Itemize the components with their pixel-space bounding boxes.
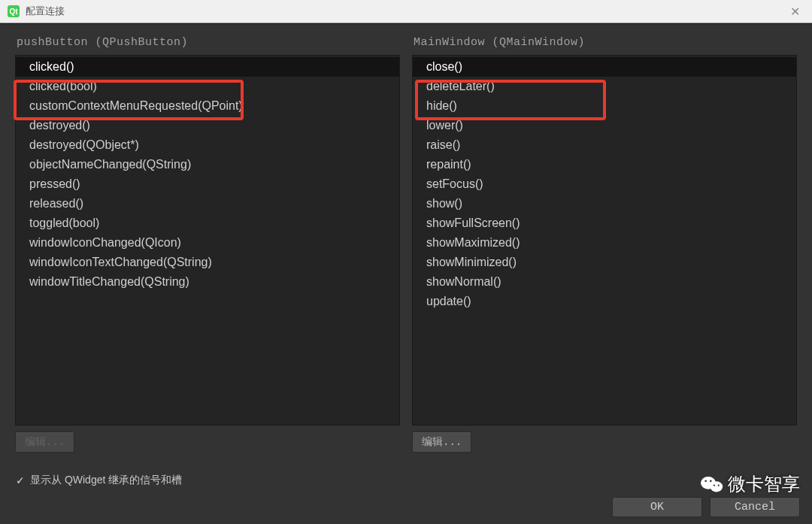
signals-header: pushButton (QPushButton) [15, 32, 400, 55]
check-icon: ✓ [15, 475, 26, 486]
slots-list[interactable]: close()deleteLater()hide()lower()raise()… [412, 55, 797, 426]
list-item[interactable]: lower() [413, 116, 796, 135]
checkbox-label: 显示从 QWidget 继承的信号和槽 [30, 474, 182, 487]
list-item[interactable]: setFocus() [413, 174, 796, 194]
list-item[interactable]: showFullScreen() [413, 214, 796, 233]
list-item[interactable]: objectNameChanged(QString) [16, 155, 399, 174]
edit-slots-button[interactable]: 编辑... [412, 432, 471, 453]
dialog-content: pushButton (QPushButton) clicked()clicke… [0, 23, 812, 524]
close-icon[interactable]: ✕ [786, 3, 804, 20]
list-item[interactable]: close() [413, 57, 796, 77]
list-item[interactable]: showMinimized() [413, 253, 796, 272]
list-item[interactable]: showNormal() [413, 272, 796, 292]
list-item[interactable]: windowTitleChanged(QString) [16, 272, 399, 292]
edit-signals-button[interactable]: 编辑... [15, 432, 74, 453]
list-item[interactable]: released() [16, 194, 399, 214]
ok-button[interactable]: OK [612, 497, 702, 517]
show-inherited-checkbox[interactable]: ✓ 显示从 QWidget 继承的信号和槽 [15, 474, 182, 487]
title-bar: Qt 配置连接 ✕ [0, 0, 812, 23]
slots-header: MainWindow (QMainWindow) [412, 32, 797, 55]
list-item[interactable]: repaint() [413, 155, 796, 174]
list-item[interactable]: raise() [413, 135, 796, 155]
window-title: 配置连接 [26, 5, 65, 18]
list-item[interactable]: toggled(bool) [16, 214, 399, 233]
signals-panel: pushButton (QPushButton) clicked()clicke… [15, 32, 400, 453]
slots-panel: MainWindow (QMainWindow) close()deleteLa… [412, 32, 797, 453]
signals-list[interactable]: clicked()clicked(bool)customContextMenuR… [15, 55, 400, 426]
list-item[interactable]: destroyed() [16, 116, 399, 135]
list-item[interactable]: windowIconChanged(QIcon) [16, 233, 399, 253]
list-item[interactable]: clicked(bool) [16, 77, 399, 96]
qt-logo-icon: Qt [8, 5, 20, 17]
list-item[interactable]: update() [413, 292, 796, 311]
list-item[interactable]: customContextMenuRequested(QPoint) [16, 96, 399, 116]
list-item[interactable]: clicked() [16, 57, 399, 77]
list-item[interactable]: pressed() [16, 174, 399, 194]
list-item[interactable]: destroyed(QObject*) [16, 135, 399, 155]
list-item[interactable]: deleteLater() [413, 77, 796, 96]
list-item[interactable]: hide() [413, 96, 796, 116]
list-item[interactable]: showMaximized() [413, 233, 796, 253]
list-item[interactable]: show() [413, 194, 796, 214]
cancel-button[interactable]: Cancel [710, 497, 800, 517]
bottom-bar: ✓ 显示从 QWidget 继承的信号和槽 OK Cancel [0, 465, 812, 524]
list-item[interactable]: windowIconTextChanged(QString) [16, 253, 399, 272]
